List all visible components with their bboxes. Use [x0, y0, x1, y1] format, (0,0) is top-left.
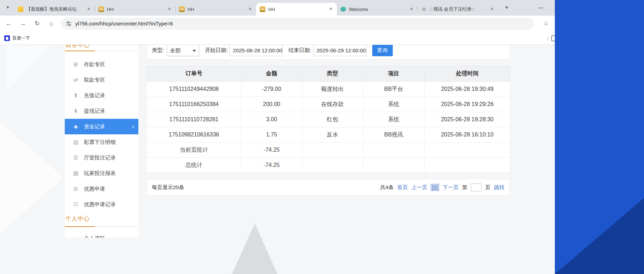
jump-link[interactable]: 跳转 — [494, 184, 505, 191]
web-page: 财务中心 ⊞存款专区⇄取款专区⬆充值记录⬇提现记录◈资金记录›▤彩票下注明细☰厅… — [0, 45, 555, 274]
table-cell: 额度转出 — [302, 82, 363, 97]
column-header-0: 订单号 — [147, 66, 241, 82]
table-cell: BB平台 — [363, 82, 425, 97]
table-row: 1751110166250384200.00在线存款系统2025-06-28 1… — [147, 97, 510, 112]
desktop-background — [555, 0, 644, 274]
tab-close-icon[interactable]: × — [489, 6, 495, 12]
sidebar-item-0[interactable]: ⊞存款专区 — [65, 57, 138, 72]
column-header-1: 金额 — [241, 66, 302, 82]
sidebar-item-label: 充值记录 — [84, 92, 105, 99]
section-underline — [65, 226, 138, 227]
bookmark-star-icon[interactable]: ☆ — [540, 18, 552, 30]
total-count: 共4条 — [380, 184, 393, 191]
column-header-3: 项目 — [363, 66, 425, 82]
table-cell: -279.00 — [241, 82, 302, 97]
back-button[interactable]: ← — [3, 18, 15, 30]
table-cell: 系统 — [363, 112, 425, 127]
table-cell: 1.75 — [241, 127, 302, 142]
chevron-right-icon: › — [132, 123, 134, 130]
globe-favicon: ⊕ — [421, 6, 427, 12]
browser-tab-2[interactable]: HHHH× — [176, 3, 256, 16]
new-tab-button[interactable]: + — [502, 3, 512, 13]
tab-title: :::视讯 会员下注纪录::: — [430, 6, 486, 12]
tab-title: HH — [188, 7, 244, 12]
address-bar[interactable]: yl756.com/hhcp/usercenter.html?iniType=6 — [61, 18, 534, 30]
tab-close-icon[interactable]: × — [328, 6, 334, 12]
table-cell: 200.00 — [241, 97, 302, 112]
forum-favicon — [18, 6, 23, 12]
deposit-icon: ⊞ — [73, 61, 79, 68]
reload-button[interactable]: ↻ — [31, 18, 43, 30]
records-table: 订单号金额类型项目处理时间 1751110249442908-279.00额度转… — [146, 66, 510, 173]
browser-tab-active[interactable]: HHHH× — [256, 3, 337, 16]
promo-record-icon: ☷ — [73, 201, 79, 208]
sidebar-item-label: 优惠申请 — [84, 186, 105, 192]
sidebar-item-2[interactable]: ⬆充值记录 — [65, 88, 138, 103]
chevron-down-icon: ▾ — [7, 5, 9, 10]
table-cell: 当前页统计 — [147, 142, 241, 158]
end-date-input[interactable] — [314, 45, 367, 56]
bookmark-baidu[interactable]: 百度一下 — [4, 35, 30, 41]
start-date-input[interactable] — [230, 45, 283, 56]
browser-tab-1[interactable]: HHHH× — [95, 3, 176, 16]
end-date-label: 结束日期: — [288, 47, 311, 54]
prev-page-link[interactable]: 上一页 — [411, 184, 427, 191]
browser-tab-5[interactable]: ⊕:::视讯 会员下注纪录:::× — [418, 3, 498, 16]
page-jump-input[interactable] — [471, 183, 482, 191]
table-cell: 1751110249442908 — [147, 82, 241, 97]
first-page-link[interactable]: 首页 — [397, 184, 408, 191]
sidebar-item-9[interactable]: ☷优惠申请记录 — [65, 197, 138, 212]
forward-button[interactable]: → — [17, 18, 29, 30]
table-cell: 红包 — [302, 112, 363, 127]
table-cell: 1751110110728281 — [147, 112, 241, 127]
search-button[interactable]: 查询 — [372, 45, 393, 56]
column-header-4: 处理时间 — [425, 66, 510, 82]
tab-title: Welcome — [349, 7, 406, 12]
section-finance-title: 财务中心 — [65, 45, 138, 51]
sidebar-menu: ⊞存款专区⇄取款专区⬆充值记录⬇提现记录◈资金记录›▤彩票下注明细☰厅室投注记录… — [65, 57, 138, 212]
table-cell: 2025-06-28 16:10:10 — [425, 127, 510, 142]
sidebar-item-6[interactable]: ☰厅室投注记录 — [65, 150, 138, 165]
section-underline — [65, 51, 138, 51]
tab-search-button[interactable]: ▾ — [3, 3, 13, 13]
sidebar-item-label: 资金记录 — [84, 123, 105, 130]
table-cell: 2025-06-28 19:30:49 — [425, 82, 510, 97]
table-cell: 反水 — [302, 127, 363, 142]
pagination-controls: 共4条 首页 上一页 [1] 下一页 第 页 跳转 — [380, 183, 505, 191]
sidebar-item-3[interactable]: ⬇提现记录 — [65, 103, 138, 119]
tab-close-icon[interactable]: × — [166, 6, 173, 12]
table-cell — [363, 158, 425, 173]
side-panel-icon[interactable] — [551, 35, 555, 41]
site-settings-icon[interactable] — [66, 21, 71, 27]
sidebar-item-partial[interactable]: ● 个人资料 — [65, 231, 138, 238]
minimize-button[interactable]: — — [531, 1, 550, 13]
sidebar-item-7[interactable]: ▨玩家投注报表 — [65, 165, 138, 181]
table-row: 17510982106163361.75反水BB视讯2025-06-28 16:… — [147, 127, 510, 142]
tab-close-icon[interactable]: × — [408, 6, 415, 12]
table-cell: 3.00 — [241, 112, 302, 127]
home-button[interactable]: ⌂ — [45, 18, 57, 30]
sidebar-item-label: 提现记录 — [84, 108, 105, 115]
sidebar-item-1[interactable]: ⇄取款专区 — [65, 72, 138, 88]
bookmark-label: 百度一下 — [12, 35, 30, 41]
sidebar: 财务中心 ⊞存款专区⇄取款专区⬆充值记录⬇提现记录◈资金记录›▤彩票下注明细☰厅… — [65, 45, 138, 238]
table-cell: -74.25 — [241, 142, 302, 158]
sidebar-item-4[interactable]: ◈资金记录› — [65, 119, 138, 134]
browser-tab-0[interactable]: 【新提醒】海燕策略论坛× — [14, 3, 95, 16]
tab-close-icon[interactable]: × — [86, 6, 92, 12]
type-select[interactable]: 全部 — [167, 45, 199, 56]
tab-title: HH — [107, 7, 163, 12]
table-cell: -74.25 — [241, 158, 302, 173]
page-prefix-label: 第 — [462, 184, 467, 191]
sidebar-item-8[interactable]: ⊟优惠申请 — [65, 181, 138, 197]
page-suffix-label: 页 — [485, 184, 490, 191]
withdraw-icon: ⇄ — [73, 77, 79, 83]
tab-close-icon[interactable]: × — [247, 6, 253, 12]
sidebar-item-label: 玩家投注报表 — [84, 170, 116, 177]
table-cell: 1751098210616336 — [147, 127, 241, 142]
sidebar-section-personal: 个人中心 — [65, 214, 138, 227]
sidebar-item-5[interactable]: ▤彩票下注明细 — [65, 134, 138, 150]
next-page-link[interactable]: 下一页 — [443, 184, 459, 191]
table-body: 1751110249442908-279.00额度转出BB平台2025-06-2… — [147, 82, 510, 173]
browser-tab-4[interactable]: Welcome× — [337, 3, 418, 16]
